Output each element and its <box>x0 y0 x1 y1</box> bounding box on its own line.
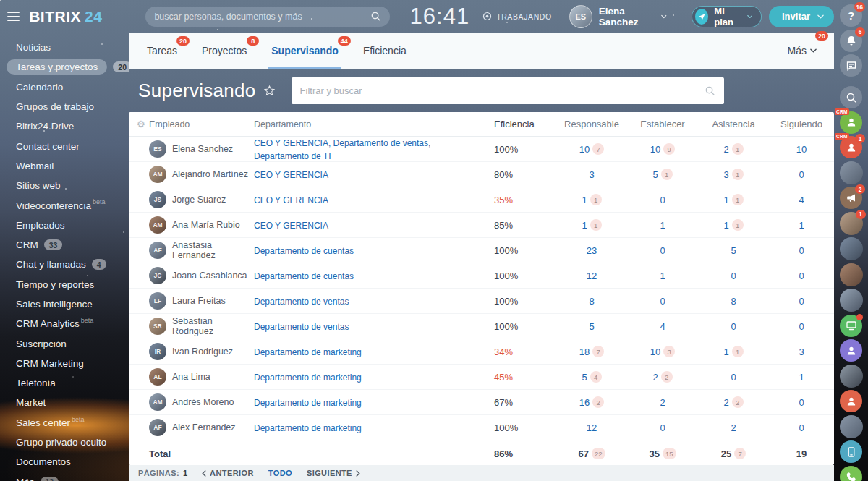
tab-eficiencia[interactable]: Eficiencia <box>351 33 419 69</box>
department-link[interactable]: Departamento de ventas <box>254 297 349 307</box>
sidebar-item-crm-analytics[interactable]: CRM Analytics beta <box>0 314 129 333</box>
sidebar-item-sales-center[interactable]: Sales center beta <box>0 413 129 433</box>
table-row[interactable]: AL Ana Lima Departamento de marketing 45… <box>129 365 834 390</box>
department-link[interactable]: CEO Y GERENCIA, Departamento de ventas, … <box>254 138 430 161</box>
responsible-count-link[interactable]: 5 <box>589 321 594 332</box>
assistance-count-link[interactable]: 0 <box>731 321 736 332</box>
responsible-count-link[interactable]: 18 <box>579 346 590 357</box>
set-count-link[interactable]: 0 <box>660 296 665 307</box>
following-count-link[interactable]: 0 <box>799 271 804 281</box>
employee-name[interactable]: Anastasia Fernandez <box>172 240 254 260</box>
table-row[interactable]: SR Sebastian Rodriguez Departamento de v… <box>129 314 834 339</box>
sidebar-item-contact-center[interactable]: Contact center <box>0 136 129 156</box>
table-row[interactable]: LF Laura Freitas Departamento de ventas … <box>129 289 834 314</box>
employee-name[interactable]: Alex Fernandez <box>172 422 236 433</box>
hamburger-menu-icon[interactable] <box>7 12 20 21</box>
filter-input[interactable] <box>300 85 705 96</box>
department-link[interactable]: CEO Y GERENCIA <box>254 221 328 231</box>
sidebar-item-crm-marketing[interactable]: CRM Marketing <box>0 354 129 373</box>
rail-device-icon[interactable] <box>840 440 862 463</box>
sidebar-item-grupo-privado-oculto[interactable]: Grupo privado oculto <box>0 433 129 452</box>
sidebar-item-webmail[interactable]: Webmail <box>0 156 129 176</box>
following-count-link[interactable]: 1 <box>799 372 804 383</box>
col-header-asistencia[interactable]: Asistencia <box>698 119 769 129</box>
col-header-eficiencia[interactable]: Eficiencia <box>493 119 556 129</box>
responsible-count-link[interactable]: 5 <box>582 372 587 383</box>
sidebar-item-market[interactable]: Market <box>0 393 129 412</box>
rail-megaphone-icon[interactable]: 2 <box>840 187 862 209</box>
responsible-count-link[interactable]: 12 <box>587 271 597 281</box>
set-count-link[interactable]: 10 <box>650 346 660 357</box>
col-header-siguiendo[interactable]: Siguiendo <box>769 119 834 129</box>
assistance-count-link[interactable]: 2 <box>723 397 728 408</box>
sidebar-item-m-s[interactable]: Más 13 <box>0 472 129 481</box>
set-count-link[interactable]: 0 <box>660 422 665 433</box>
employee-name[interactable]: Jorge Suarez <box>172 195 226 205</box>
table-row[interactable]: JS Jorge Suarez CEO Y GERENCIA 35% 11 0 … <box>129 187 834 213</box>
table-row[interactable]: ES Elena Sanchez CEO Y GERENCIA, Departa… <box>129 137 834 162</box>
table-row[interactable]: JC Joana Casablanca Departamento de cuen… <box>129 263 834 289</box>
sidebar-item-chat-y-llamadas[interactable]: Chat y llamadas 4 <box>0 255 129 274</box>
following-count-link[interactable]: 10 <box>796 144 807 155</box>
user-avatar[interactable]: ES <box>569 5 592 28</box>
sidebar-item-videoconferencia[interactable]: Videoconferencia beta <box>0 195 129 215</box>
assistance-count-link[interactable]: 3 <box>723 169 728 180</box>
rail-bell-icon[interactable]: 6 <box>840 30 862 52</box>
tab-tareas[interactable]: 20 Tareas <box>135 33 190 69</box>
rail-user-avatar[interactable]: 1 <box>840 212 863 235</box>
my-plan-button[interactable]: Mi plan <box>692 6 762 27</box>
department-link[interactable]: Departamento de marketing <box>254 373 362 383</box>
set-count-link[interactable]: 5 <box>652 169 658 180</box>
department-link[interactable]: Departamento de cuentas <box>254 271 354 281</box>
rail-user-avatar[interactable] <box>840 289 863 312</box>
responsible-count-link[interactable]: 16 <box>579 397 590 408</box>
work-status[interactable]: TRABAJANDO <box>482 12 552 21</box>
table-row[interactable]: AM Andrés Moreno Departamento de marketi… <box>129 390 834 415</box>
col-header-responsable[interactable]: Responsable <box>556 119 627 129</box>
employee-name[interactable]: Sebastian Rodriguez <box>172 316 254 336</box>
rail-user-avatar[interactable] <box>840 161 863 184</box>
sidebar-item-documentos[interactable]: Documentos <box>0 452 129 472</box>
table-row[interactable]: AM Alejandro Martínez CEO Y GERENCIA 80%… <box>129 162 834 187</box>
table-row[interactable]: AF Alex Fernandez Departamento de market… <box>129 415 834 440</box>
following-count-link[interactable]: 0 <box>799 169 804 180</box>
following-count-link[interactable]: 4 <box>799 195 804 205</box>
set-count-link[interactable]: 10 <box>650 144 660 155</box>
next-page-link[interactable]: SIGUIENTE <box>307 469 360 477</box>
set-count-link[interactable]: 1 <box>660 220 665 231</box>
responsible-count-link[interactable]: 10 <box>579 144 590 155</box>
employee-name[interactable]: Alejandro Martínez <box>172 169 248 179</box>
sidebar-item-empleados[interactable]: Empleados <box>0 216 129 235</box>
following-count-link[interactable]: 0 <box>799 296 804 307</box>
assistance-count-link[interactable]: 8 <box>731 296 736 307</box>
sidebar-item-tiempo-y-reportes[interactable]: Tiempo y reportes <box>0 275 129 294</box>
global-search[interactable] <box>145 7 389 27</box>
rail-user-avatar[interactable] <box>840 263 863 286</box>
tab-more[interactable]: 20 Más <box>780 33 824 69</box>
tab-supervisando[interactable]: 44 Supervisando <box>259 33 351 69</box>
following-count-link[interactable]: 3 <box>799 346 804 357</box>
rail-help-icon[interactable]: 16 <box>840 4 862 27</box>
sidebar-item-sitios-web[interactable]: Sitios web <box>0 176 129 195</box>
invite-button[interactable]: Invitar <box>769 6 834 27</box>
assistance-count-link[interactable]: 0 <box>731 271 736 281</box>
user-menu[interactable]: Elena Sanchez <box>599 6 667 27</box>
sidebar-item-telefon-a[interactable]: Telefonía <box>0 373 129 393</box>
set-count-link[interactable]: 1 <box>660 271 665 281</box>
rail-user-avatar[interactable] <box>840 237 863 260</box>
assistance-count-link[interactable]: 5 <box>731 245 736 256</box>
rail-person-icon[interactable] <box>840 339 862 362</box>
responsible-count-link[interactable]: 23 <box>587 245 597 256</box>
rail-user-avatar[interactable] <box>840 365 863 388</box>
responsible-count-link[interactable]: 1 <box>582 195 587 205</box>
filter-bar[interactable] <box>292 77 724 104</box>
set-count-link[interactable]: 0 <box>660 195 665 205</box>
sidebar-item-sales-intelligence[interactable]: Sales Intelligence <box>0 294 129 314</box>
assistance-count-link[interactable]: 0 <box>731 372 736 383</box>
employee-name[interactable]: Ivan Rodriguez <box>172 346 233 357</box>
sidebar-item-grupos-de-trabajo[interactable]: Grupos de trabajo <box>0 97 129 116</box>
tab-proyectos[interactable]: 8 Proyectos <box>190 33 259 69</box>
assistance-count-link[interactable]: 2 <box>731 422 736 433</box>
responsible-count-link[interactable]: 1 <box>582 220 587 231</box>
assistance-count-link[interactable]: 1 <box>723 195 728 205</box>
